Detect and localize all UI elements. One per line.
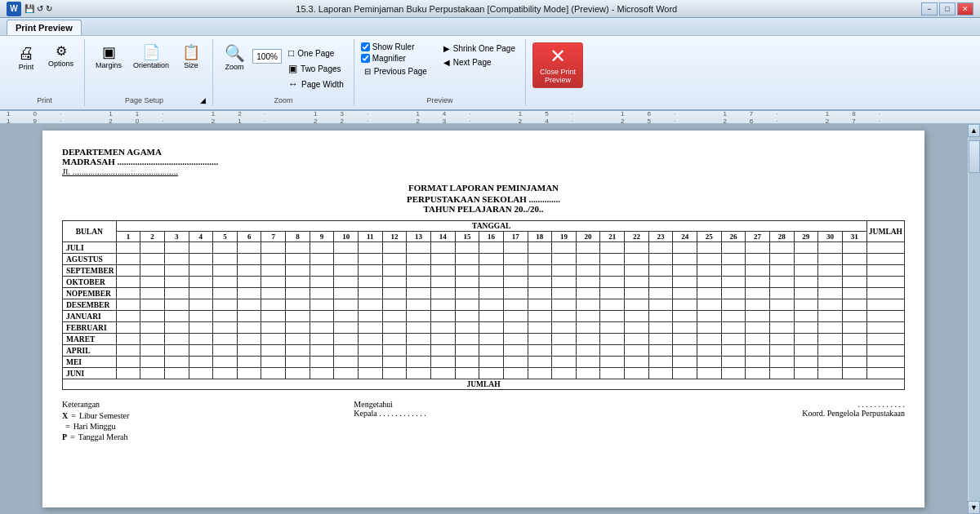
data-cell [600, 242, 625, 254]
data-cell [116, 334, 140, 345]
minimize-button[interactable]: − [921, 2, 938, 16]
date-header-25: 25 [697, 232, 721, 242]
previous-page-button[interactable]: ◀ Next Page [440, 56, 519, 69]
show-ruler-label[interactable]: Show Ruler [361, 42, 430, 51]
doc-title-line1: FORMAT LAPORAN PEMINJAMAN [62, 183, 905, 193]
magnifier-label[interactable]: Magnifier [361, 54, 430, 63]
month-cell-juli: JULI [63, 242, 117, 254]
data-cell [213, 357, 238, 368]
data-cell [334, 242, 359, 254]
margins-button[interactable]: ▣ Margins [91, 42, 126, 72]
page-area[interactable]: DEPARTEMEN AGAMA MADRASAH ..............… [0, 124, 967, 514]
data-cell [237, 322, 261, 334]
scroll-thumb[interactable] [969, 140, 980, 173]
date-header-15: 15 [455, 232, 479, 242]
jumlah-cell [866, 334, 904, 345]
orientation-button[interactable]: 📄 Orientation [129, 42, 173, 72]
keterangan-item-1: X = Libur Semester [62, 411, 337, 420]
data-cell [769, 288, 794, 299]
data-cell [528, 277, 552, 288]
data-cell [528, 288, 552, 299]
zoom-input[interactable] [252, 49, 282, 64]
zoom-button[interactable]: 🔍 Zoom [220, 42, 249, 73]
next-page-button[interactable]: ▶ Shrink One Page [440, 42, 519, 55]
close-group-label [532, 103, 583, 106]
page-width-button[interactable]: ↔ Page Width [285, 77, 347, 91]
data-cell [189, 357, 213, 368]
keterangan-title: Keterangan [62, 400, 337, 409]
data-cell [140, 334, 165, 345]
maximize-button[interactable]: □ [939, 2, 956, 16]
scroll-track[interactable] [969, 137, 980, 501]
ket-meaning-2: Hari Minggu [74, 422, 116, 431]
size-button[interactable]: 📋 Size [176, 42, 206, 72]
footer-mengetahui: Mengetahui Kepala . . . . . . . . . . . … [337, 400, 629, 443]
window-controls[interactable]: − □ ✕ [921, 2, 973, 16]
data-cell [528, 357, 552, 368]
data-cell [334, 345, 359, 357]
data-cell [673, 254, 697, 265]
data-cell [334, 299, 359, 311]
data-cell [407, 299, 431, 311]
preview-items: Show Ruler Magnifier ⊟ Previous Page ▶ S… [361, 39, 519, 95]
data-cell [140, 368, 165, 379]
two-pages-button[interactable]: ▣ Two Pages [285, 61, 347, 76]
data-cell [310, 334, 334, 345]
data-cell [552, 334, 577, 345]
data-cell [673, 265, 697, 277]
data-cell [189, 334, 213, 345]
data-cell [625, 299, 649, 311]
data-cell [528, 311, 552, 322]
data-cell [164, 242, 189, 254]
data-cell [528, 334, 552, 345]
doc-title-line2: PERPUSTAKAAN SEKOLAH .............. [62, 194, 905, 204]
data-cell [382, 357, 407, 368]
data-cell [746, 322, 770, 334]
data-cell [237, 357, 261, 368]
scroll-down-button[interactable]: ▼ [968, 501, 980, 514]
month-row-agustus: AGUSTUS [63, 254, 905, 265]
data-cell [625, 254, 649, 265]
dept-line2: MADRASAH ...............................… [62, 157, 905, 166]
close-print-preview-button[interactable]: ✕ Close PrintPreview [532, 42, 583, 88]
data-cell [382, 322, 407, 334]
page-setup-expand-icon[interactable]: ◢ [200, 96, 206, 104]
close-button[interactable]: ✕ [957, 2, 973, 16]
data-cell [140, 311, 165, 322]
magnifier-checkbox[interactable] [361, 54, 370, 63]
doc-header: DEPARTEMEN AGAMA MADRASAH ..............… [62, 147, 905, 176]
data-cell [334, 265, 359, 277]
data-cell [382, 254, 407, 265]
data-cell [842, 334, 866, 345]
show-ruler-checkbox[interactable] [361, 42, 370, 51]
data-cell [164, 322, 189, 334]
date-header-28: 28 [769, 232, 794, 242]
scroll-up-button[interactable]: ▲ [968, 124, 980, 137]
data-cell [140, 277, 165, 288]
data-cell [794, 242, 818, 254]
date-header-4: 4 [189, 232, 213, 242]
data-cell [600, 345, 625, 357]
data-cell [479, 345, 504, 357]
print-button[interactable]: 🖨 Print [11, 42, 41, 73]
data-cell [648, 368, 673, 379]
one-page-button[interactable]: □ One Page [285, 46, 347, 60]
data-cell [600, 288, 625, 299]
data-cell [600, 334, 625, 345]
data-cell [697, 311, 721, 322]
print-preview-tab[interactable]: Print Preview [7, 20, 82, 35]
data-cell [213, 368, 238, 379]
page-setup-footer: Page Setup ◢ [91, 95, 206, 106]
page-width-icon: ↔ [288, 78, 298, 90]
koordinator-dots: . . . . . . . . . . . . [630, 400, 905, 409]
data-cell [116, 288, 140, 299]
data-cell [479, 277, 504, 288]
options-button[interactable]: ⚙ Options [44, 42, 78, 70]
data-cell [430, 311, 455, 322]
vertical-scrollbar[interactable]: ▲ ▼ [967, 124, 980, 514]
page-setup-group: ▣ Margins 📄 Orientation 📋 Size Page Setu… [85, 39, 213, 106]
data-cell [746, 242, 770, 254]
shrink-one-page-button[interactable]: ⊟ Previous Page [361, 65, 430, 78]
data-cell [455, 322, 479, 334]
data-cell [407, 368, 431, 379]
